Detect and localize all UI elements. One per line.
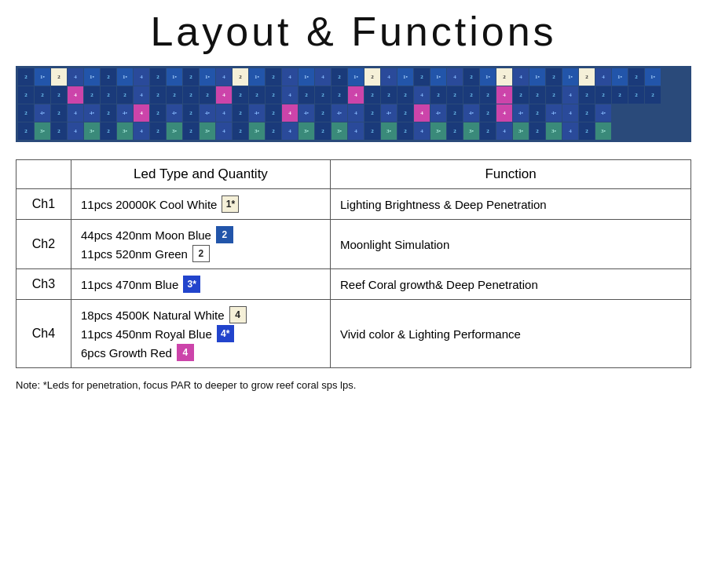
led-cell: 2 [496,68,512,86]
led-cell: 4 [496,104,512,122]
led-cell: 2 [150,122,166,140]
led-cell: 4• [299,104,314,122]
led-cell: 2 [628,86,644,104]
led-cell: 1• [35,68,50,86]
led-type-row: 11pcs 470nm Blue3* [81,276,321,293]
led-cell: 2 [233,104,248,122]
led-type-row: 11pcs 520nm Green2 [81,245,321,262]
table-header-row: Led Type and Quantity Function [16,160,691,189]
led-cell: 1• [84,68,100,86]
led-type-row: 11pcs 20000K Cool White1* [81,195,321,213]
led-cell: 3• [546,122,562,140]
led-cell: 4 [414,104,430,122]
led-cell: 1• [397,68,413,86]
led-qty-type: 11pcs 20000K Cool White [81,198,217,211]
led-cell: 3• [381,122,397,140]
led-qty-type: 18pcs 4500K Natural White [81,309,225,322]
led-cell: 2 [513,86,529,104]
led-cell: 2 [332,86,347,104]
channel-cell-1: Ch2 [16,220,71,269]
led-cell: 2 [18,104,34,122]
led-cell: 1• [612,68,628,86]
led-cell: 2 [150,86,166,104]
led-cell: 2 [546,68,562,86]
led-cell: 2 [51,68,67,86]
led-cell: 4 [562,86,578,104]
led-cell: 4 [134,86,149,104]
led-cell: 2 [233,68,248,86]
col-led-type-header: Led Type and Quantity [71,160,331,189]
led-cell: 4• [332,104,347,122]
led-cell: 2 [579,68,595,86]
led-cell: 4 [134,104,149,122]
led-cell: 2 [579,86,595,104]
led-cell: 3• [167,122,182,140]
led-qty-type: 11pcs 470nm Blue [81,278,178,291]
led-qty-type: 11pcs 520nm Green [81,247,188,261]
led-cell: 3• [299,122,314,140]
led-cell: 4 [282,122,298,140]
function-cell-0: Lighting Brightness & Deep Penetration [331,189,691,220]
led-cell: 2 [101,104,116,122]
led-cell: 4• [546,104,562,122]
led-cell: 2 [183,122,199,140]
led-cell: 4 [348,122,364,140]
led-cell: 2 [628,68,644,86]
led-cell: 2 [51,122,67,140]
led-cell: 1• [299,68,314,86]
table-row: Ch311pcs 470nm Blue3*Reef Coral growth& … [16,269,691,300]
led-cell: 4• [430,104,446,122]
led-cell: 2 [150,104,166,122]
led-cell: 2 [315,104,331,122]
led-cell: 2 [101,68,116,86]
led-cell: 2 [200,86,215,104]
led-cell: 1• [529,68,545,86]
led-cell: 4 [68,122,83,140]
led-strip: 2 1• 2 4 1• 2 1• 4 2 1• 2 1• 4 2 1• 2 4 … [18,68,689,140]
led-badge: 4 [177,344,194,361]
led-cell: 4• [513,104,529,122]
led-cell: 4• [35,104,50,122]
led-cell: 2 [529,122,545,140]
led-cell: 2 [463,86,479,104]
led-cell: 2 [463,68,479,86]
led-cell: 4 [595,68,611,86]
led-cell: 4 [562,104,578,122]
led-badge: 1* [222,195,239,213]
led-cell: 4 [68,68,83,86]
led-type-cell-2: 11pcs 470nm Blue3* [71,269,331,300]
led-cell: 2 [414,68,430,86]
led-cell: 2 [364,86,380,104]
function-cell-3: Vivid color & Lighting Performance [331,300,691,368]
led-badge: 3* [183,276,200,293]
led-cell: 2 [332,68,347,86]
led-badge: 2 [192,245,210,262]
led-cell: 2 [51,104,67,122]
led-cell: 4 [414,86,430,104]
led-strip-container: 2 1• 2 4 1• 2 1• 4 2 1• 2 1• 4 2 1• 2 4 … [16,66,691,142]
led-badge: 4* [217,325,234,342]
led-cell: 3• [117,122,133,140]
led-cell: 2 [266,104,281,122]
led-qty-type: 44pcs 420nm Moon Blue [81,228,211,242]
led-cell: 2 [447,86,463,104]
led-cell: 4 [348,104,364,122]
led-cell: 4• [249,104,265,122]
led-cell: 4 [216,104,232,122]
led-cell: 2 [480,104,496,122]
led-cell: 2 [397,104,413,122]
led-cell: 2 [101,122,116,140]
led-cell: 1• [167,68,182,86]
led-cell: 2 [183,68,199,86]
led-cell: 4 [134,68,149,86]
channel-cell-3: Ch4 [16,300,71,368]
led-type-cell-0: 11pcs 20000K Cool White1* [71,189,331,220]
info-table: Led Type and Quantity Function Ch111pcs … [16,159,691,368]
led-cell: 4• [595,104,611,122]
led-cell: 2 [480,122,496,140]
led-type-cell-3: 18pcs 4500K Natural White411pcs 450nm Ro… [71,300,331,368]
led-cell: 2 [381,86,397,104]
led-qty-type: 11pcs 450nm Royal Blue [81,327,212,341]
led-cell: 2 [183,104,199,122]
led-cell: 1• [200,68,215,86]
